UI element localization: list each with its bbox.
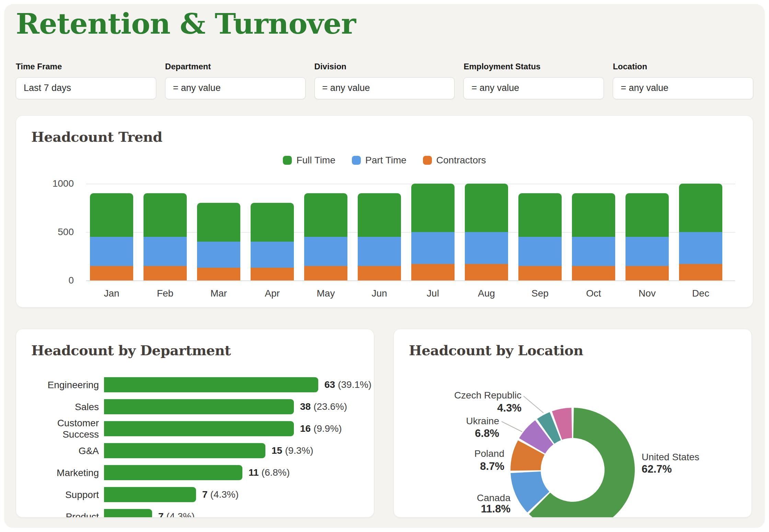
filter-label-division: Division: [314, 62, 455, 72]
trend-bar-apr[interactable]: [251, 203, 294, 280]
trend-bar-jul-full-time[interactable]: [411, 184, 455, 232]
loc-pct-canada: 11.8%: [481, 503, 510, 515]
loc-label-united-states: United States: [642, 451, 699, 463]
trend-bar-sep-full-time[interactable]: [518, 193, 562, 237]
trend-bar-aug-contractors[interactable]: [465, 264, 508, 280]
trend-bar-may-part-time[interactable]: [304, 237, 347, 266]
trend-bar-sep-part-time[interactable]: [518, 237, 562, 266]
trend-bar-apr-part-time[interactable]: [251, 242, 294, 268]
trend-bar-jan[interactable]: [90, 193, 133, 280]
x-axis-label-jan: Jan: [90, 288, 133, 299]
trend-bar-aug-part-time[interactable]: [465, 232, 508, 264]
trend-bar-oct-full-time[interactable]: [572, 193, 615, 237]
dept-value-engineering: 63(39.1%): [324, 377, 371, 392]
headcount-by-department-card: Headcount by Department Engineering63(39…: [16, 329, 374, 518]
trend-bar-jul[interactable]: [411, 184, 455, 280]
trend-bar-mar-part-time[interactable]: [197, 242, 240, 268]
trend-bar-feb-contractors[interactable]: [144, 266, 187, 280]
trend-bar-mar-full-time[interactable]: [197, 203, 240, 242]
trend-bar-jan-part-time[interactable]: [90, 237, 133, 266]
filter-label-location: Location: [613, 62, 753, 72]
trend-bar-jul-part-time[interactable]: [411, 232, 455, 264]
trend-bar-nov-part-time[interactable]: [625, 237, 669, 266]
y-axis-tick-0: 0: [16, 275, 74, 286]
trend-bar-dec-full-time[interactable]: [679, 184, 722, 232]
trend-bar-feb-full-time[interactable]: [144, 193, 187, 237]
trend-bar-dec[interactable]: [679, 184, 722, 280]
dept-label-product: Product: [16, 509, 99, 518]
trend-bar-may-contractors[interactable]: [304, 266, 347, 280]
trend-bar-jun-contractors[interactable]: [358, 266, 401, 280]
loc-label-poland: Poland: [474, 448, 504, 460]
dept-bar-product[interactable]: [104, 509, 152, 518]
loc-pct-poland: 8.7%: [480, 461, 504, 472]
headcount-by-location-card: Headcount by Location United States62.7%…: [393, 329, 752, 518]
loc-pct-czech-republic: 4.3%: [497, 402, 521, 414]
trend-bar-nov[interactable]: [625, 193, 669, 280]
trend-bar-jun[interactable]: [358, 193, 401, 280]
x-axis-label-apr: Apr: [251, 288, 294, 299]
loc-pct-united-states: 62.7%: [642, 463, 672, 475]
dept-bar-sales[interactable]: [104, 399, 294, 414]
trend-bar-sep[interactable]: [518, 193, 562, 280]
filter-input-employment-status[interactable]: = any value: [463, 77, 604, 99]
trend-bar-jan-contractors[interactable]: [90, 266, 133, 280]
trend-bar-jun-full-time[interactable]: [358, 193, 401, 237]
trend-bar-oct[interactable]: [572, 193, 615, 280]
trend-bar-dec-part-time[interactable]: [679, 232, 722, 264]
trend-bar-nov-full-time[interactable]: [625, 193, 669, 237]
dept-label-sales: Sales: [16, 399, 99, 414]
trend-bar-jun-part-time[interactable]: [358, 237, 401, 266]
headcount-trend-card: Headcount Trend Full TimePart TimeContra…: [16, 115, 753, 308]
location-donut-svg: [394, 329, 752, 518]
trend-bar-feb[interactable]: [144, 193, 187, 280]
loc-label-czech-republic: Czech Republic: [454, 390, 521, 401]
x-axis-label-sep: Sep: [518, 288, 562, 299]
filter-label-employment-status: Employment Status: [463, 62, 604, 72]
dept-label-support: Support: [16, 487, 99, 502]
filter-input-department[interactable]: = any value: [165, 77, 306, 99]
trend-bar-nov-contractors[interactable]: [625, 266, 669, 280]
trend-bar-aug-full-time[interactable]: [465, 184, 508, 232]
trend-bar-apr-contractors[interactable]: [251, 268, 294, 280]
trend-bar-mar[interactable]: [197, 203, 240, 280]
trend-bar-feb-part-time[interactable]: [144, 237, 187, 266]
x-axis-label-nov: Nov: [625, 288, 669, 299]
dept-label-engineering: Engineering: [16, 377, 99, 392]
filter-input-division[interactable]: = any value: [314, 77, 455, 99]
trend-bar-sep-contractors[interactable]: [518, 266, 562, 280]
trend-bar-may-full-time[interactable]: [304, 193, 347, 237]
filter-division: Division= any value: [314, 62, 455, 99]
x-axis-label-may: May: [304, 288, 347, 299]
trend-bar-apr-full-time[interactable]: [251, 203, 294, 242]
x-axis-label-mar: Mar: [197, 288, 240, 299]
dept-value-support: 7(4.3%): [202, 487, 239, 502]
loc-label-canada: Canada: [477, 492, 510, 504]
trend-bar-oct-contractors[interactable]: [572, 266, 615, 280]
x-axis-label-oct: Oct: [572, 288, 615, 299]
x-axis-label-feb: Feb: [144, 288, 187, 299]
trend-bar-jul-contractors[interactable]: [411, 264, 455, 280]
dept-bar-support[interactable]: [104, 487, 196, 502]
dept-value-product: 7(4.3%): [158, 509, 195, 518]
trend-bar-aug[interactable]: [465, 184, 508, 280]
filter-input-time-frame[interactable]: Last 7 days: [16, 77, 156, 99]
trend-bar-jan-full-time[interactable]: [90, 193, 133, 237]
trend-bar-mar-contractors[interactable]: [197, 268, 240, 280]
loc-label-ukraine: Ukraine: [466, 415, 499, 427]
dept-bar-engineering[interactable]: [104, 377, 318, 392]
czech-republic-leader-line: [524, 396, 543, 413]
department-chart: Engineering63(39.1%)Sales38(23.6%)Custom…: [16, 329, 374, 517]
filter-input-location[interactable]: = any value: [613, 77, 753, 99]
trend-bar-oct-part-time[interactable]: [572, 237, 615, 266]
dept-bar-customer-success[interactable]: [104, 421, 294, 436]
filter-department: Department= any value: [165, 62, 306, 99]
dept-bar-marketing[interactable]: [104, 465, 242, 480]
x-axis-label-dec: Dec: [679, 288, 722, 299]
filter-label-time-frame: Time Frame: [16, 62, 156, 72]
trend-bar-may[interactable]: [304, 193, 347, 280]
dept-value-marketing: 11(6.8%): [249, 465, 290, 480]
trend-bar-dec-contractors[interactable]: [679, 264, 722, 280]
dept-bar-g-a[interactable]: [104, 443, 265, 458]
filter-bar: Time FrameLast 7 daysDepartment= any val…: [16, 62, 753, 99]
